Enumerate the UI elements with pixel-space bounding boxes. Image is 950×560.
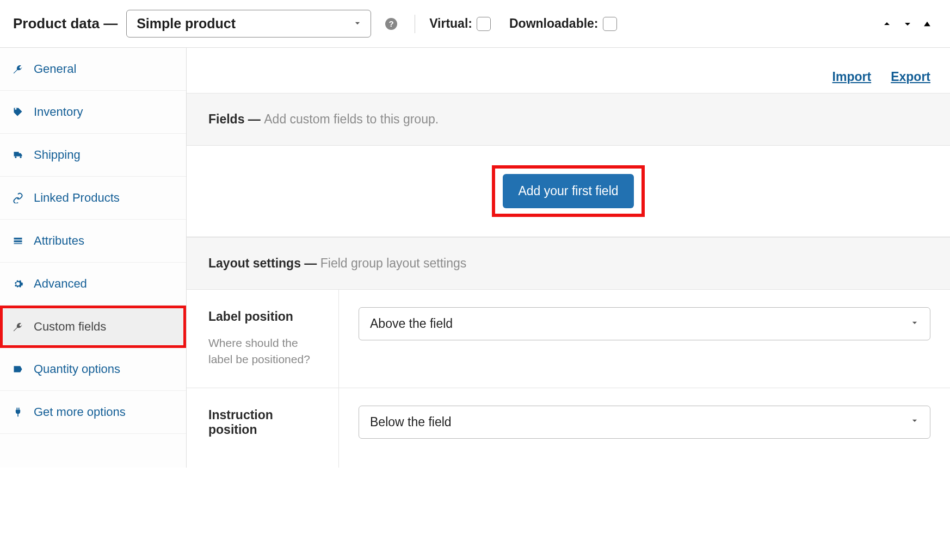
layout-section-title: Layout settings — [208, 256, 301, 270]
label-position-hint: Where should the label be positioned? — [208, 335, 319, 368]
label-icon — [12, 364, 24, 375]
instruction-position-select-value: Below the field — [370, 415, 452, 430]
wrench-icon — [12, 64, 24, 74]
sidebar-item-label: Shipping — [34, 148, 81, 162]
label-position-select[interactable]: Above the field — [359, 307, 930, 340]
sidebar-item-label: Inventory — [34, 105, 83, 119]
sidebar-item-label: Linked Products — [34, 191, 120, 205]
virtual-field[interactable]: Virtual: — [429, 16, 491, 31]
fields-section-desc: Add custom fields to this group. — [264, 112, 439, 126]
sidebar-item-custom-fields[interactable]: Custom fields — [0, 306, 186, 348]
link-icon — [12, 192, 24, 203]
layout-section-header: Layout settings — Field group layout set… — [187, 237, 950, 290]
gear-icon — [12, 278, 24, 289]
product-type-select-value: Simple product — [137, 16, 236, 32]
downloadable-checkbox[interactable] — [603, 17, 617, 31]
help-icon[interactable]: ? — [385, 18, 397, 30]
chevron-down-icon — [909, 316, 920, 331]
sidebar-item-linked-products[interactable]: Linked Products — [0, 177, 186, 220]
export-link[interactable]: Export — [891, 70, 930, 84]
main-panel: Import Export Fields — Add custom fields… — [187, 48, 950, 468]
chevron-down-icon — [909, 415, 920, 430]
sidebar-item-get-more-options[interactable]: Get more options — [0, 391, 186, 434]
sidebar-item-label: General — [34, 62, 76, 76]
sidebar-item-advanced[interactable]: Advanced — [0, 263, 186, 306]
list-icon — [12, 235, 24, 246]
layout-section-desc: Field group layout settings — [320, 256, 467, 270]
downloadable-label: Downloadable: — [509, 16, 599, 31]
product-data-header: Product data — Simple product ? Virtual:… — [0, 0, 950, 48]
instruction-position-select[interactable]: Below the field — [359, 406, 930, 439]
label-position-select-value: Above the field — [370, 316, 453, 331]
fields-section-header: Fields — Add custom fields to this group… — [187, 93, 950, 146]
top-links: Import Export — [187, 48, 950, 93]
chevron-down-icon[interactable] — [901, 17, 914, 30]
add-field-highlight: Add your first field — [492, 165, 644, 217]
sidebar-item-label: Quantity options — [34, 362, 120, 376]
sidebar-item-label: Get more options — [34, 405, 126, 419]
sidebar-item-label: Advanced — [34, 277, 87, 291]
fields-section-body: Add your first field — [187, 146, 950, 237]
tag-icon — [12, 107, 24, 117]
product-data-title: Product data — — [13, 15, 118, 32]
sidebar-item-inventory[interactable]: Inventory — [0, 91, 186, 134]
truck-icon — [12, 150, 24, 160]
plug-icon — [12, 407, 24, 418]
label-position-label: Label position — [208, 309, 319, 324]
virtual-checkbox[interactable] — [477, 17, 491, 31]
product-type-select[interactable]: Simple product — [126, 10, 371, 38]
sidebar-item-shipping[interactable]: Shipping — [0, 134, 186, 177]
add-first-field-button[interactable]: Add your first field — [503, 174, 633, 208]
product-tabs-sidebar: General Inventory Shipping Linked Produc… — [0, 48, 187, 468]
downloadable-field[interactable]: Downloadable: — [509, 16, 617, 31]
sidebar-item-attributes[interactable]: Attributes — [0, 220, 186, 263]
caret-up-icon[interactable] — [922, 18, 933, 29]
sidebar-item-label: Custom fields — [34, 320, 106, 334]
sidebar-item-label: Attributes — [34, 234, 84, 248]
chevron-down-icon — [352, 16, 363, 32]
sidebar-item-quantity-options[interactable]: Quantity options — [0, 348, 186, 391]
import-link[interactable]: Import — [832, 70, 872, 84]
fields-section-title: Fields — [208, 112, 244, 126]
instruction-position-row: Instruction position Below the field — [187, 388, 950, 468]
label-position-row: Label position Where should the label be… — [187, 290, 950, 388]
sidebar-item-general[interactable]: General — [0, 48, 186, 91]
virtual-label: Virtual: — [429, 16, 472, 31]
chevron-up-icon[interactable] — [880, 17, 893, 30]
instruction-position-label: Instruction position — [208, 408, 319, 437]
panel-toggles — [880, 17, 937, 30]
divider — [415, 15, 415, 33]
wrench-icon — [12, 321, 24, 332]
